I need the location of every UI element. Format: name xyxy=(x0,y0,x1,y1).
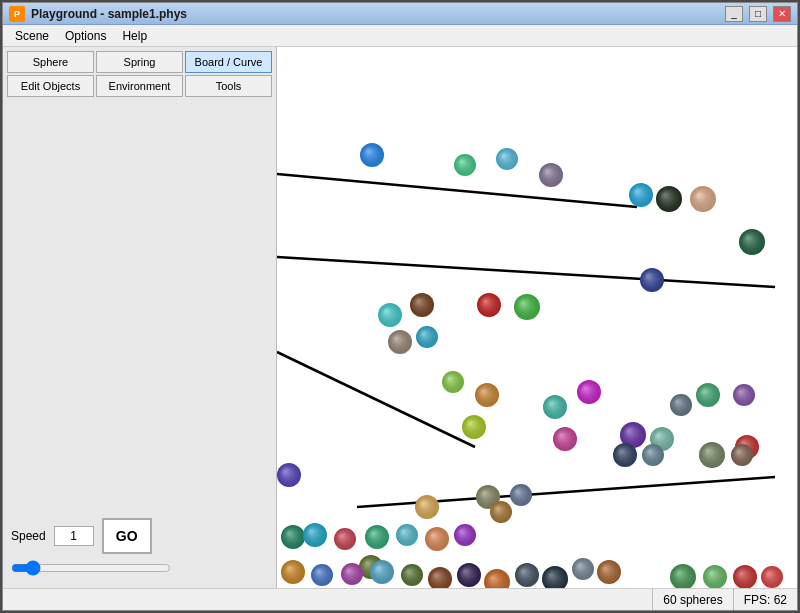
minimize-button[interactable]: _ xyxy=(725,6,743,22)
speed-slider[interactable] xyxy=(11,560,171,576)
environment-button[interactable]: Environment xyxy=(96,75,183,97)
close-button[interactable]: ✕ xyxy=(773,6,791,22)
spring-button[interactable]: Spring xyxy=(96,51,183,73)
speed-row: Speed GO xyxy=(11,518,268,554)
toolbar-row-1: Sphere Spring Board / Curve xyxy=(7,51,272,73)
simulation-area[interactable] xyxy=(277,47,797,588)
main-content: Sphere Spring Board / Curve Edit Objects… xyxy=(3,47,797,588)
sidebar: Sphere Spring Board / Curve Edit Objects… xyxy=(3,47,277,588)
fps-status: FPS: 62 xyxy=(733,589,797,610)
slider-row xyxy=(11,560,268,576)
maximize-button[interactable]: □ xyxy=(749,6,767,22)
sphere-count-status: 60 spheres xyxy=(652,589,732,610)
bottom-controls: Speed GO xyxy=(7,510,272,584)
board-curve-button[interactable]: Board / Curve xyxy=(185,51,272,73)
speed-input[interactable] xyxy=(54,526,94,546)
edit-objects-button[interactable]: Edit Objects xyxy=(7,75,94,97)
sidebar-content xyxy=(7,99,272,508)
toolbar-row-2: Edit Objects Environment Tools xyxy=(7,75,272,97)
main-window: P Playground - sample1.phys _ □ ✕ Scene … xyxy=(2,2,798,611)
menu-options[interactable]: Options xyxy=(57,27,114,45)
physics-canvas xyxy=(277,47,797,588)
titlebar: P Playground - sample1.phys _ □ ✕ xyxy=(3,3,797,25)
menu-scene[interactable]: Scene xyxy=(7,27,57,45)
menubar: Scene Options Help xyxy=(3,25,797,47)
app-icon: P xyxy=(9,6,25,22)
window-title: Playground - sample1.phys xyxy=(31,7,719,21)
tools-button[interactable]: Tools xyxy=(185,75,272,97)
speed-label: Speed xyxy=(11,529,46,543)
menu-help[interactable]: Help xyxy=(114,27,155,45)
go-button[interactable]: GO xyxy=(102,518,152,554)
statusbar: 60 spheres FPS: 62 xyxy=(3,588,797,610)
sphere-button[interactable]: Sphere xyxy=(7,51,94,73)
